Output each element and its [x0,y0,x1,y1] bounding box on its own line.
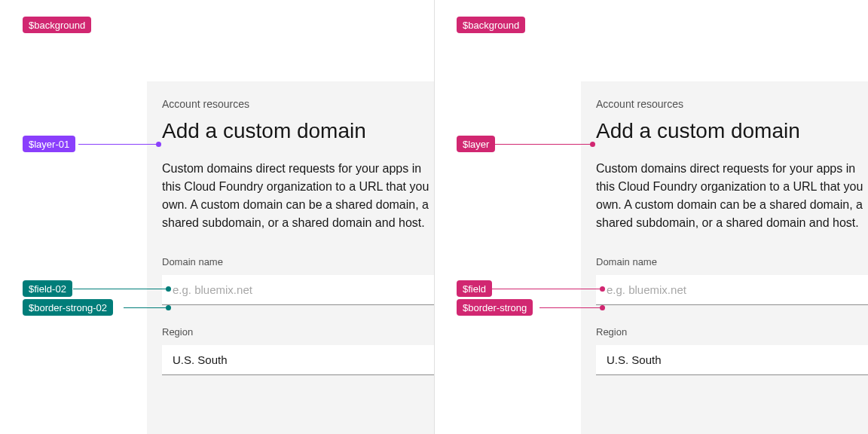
region-label: Region [162,326,434,338]
region-select[interactable]: U.S. South [162,345,434,375]
leader-dot-layer [590,142,595,147]
token-field-02: $field-02 [23,280,72,297]
leader-field [491,289,602,289]
leader-field-02 [73,289,168,289]
region-label: Region [596,326,868,338]
leader-dot-field-02 [166,286,171,292]
domain-name-input[interactable]: e.g. bluemix.net [162,275,434,305]
leader-dot-border-strong [600,305,605,310]
form-panel: Account resources Add a custom domain Cu… [147,81,434,434]
leader-dot-border-strong-02 [166,305,171,310]
leader-dot-field [600,286,605,292]
token-field: $field [457,280,492,297]
form-title: Add a custom domain [162,119,434,143]
form-description: Custom domains direct requests for your … [162,160,434,232]
token-background: $background [23,17,91,33]
domain-name-label: Domain name [162,256,434,267]
token-background: $background [457,17,525,33]
token-border-strong-02: $border-strong-02 [23,299,113,316]
token-layer-01: $layer-01 [23,136,75,152]
example-right: $background $layer $field $border-strong… [434,0,868,434]
example-left: $background $layer-01 $field-02 $border-… [0,0,434,434]
leader-border-strong-02 [124,307,168,308]
form-eyebrow: Account resources [162,98,434,110]
region-select[interactable]: U.S. South [596,345,868,375]
form-panel: Account resources Add a custom domain Cu… [581,81,868,434]
leader-layer [494,144,592,145]
form-eyebrow: Account resources [596,98,868,110]
token-border-strong: $border-strong [457,299,533,316]
leader-layer-01 [78,144,158,145]
domain-name-input[interactable]: e.g. bluemix.net [596,275,868,305]
form-title: Add a custom domain [596,119,868,143]
leader-dot-layer-01 [156,142,161,147]
leader-border-strong [539,307,602,308]
form-description: Custom domains direct requests for your … [596,160,868,232]
token-layer: $layer [457,136,495,152]
domain-name-label: Domain name [596,256,868,267]
